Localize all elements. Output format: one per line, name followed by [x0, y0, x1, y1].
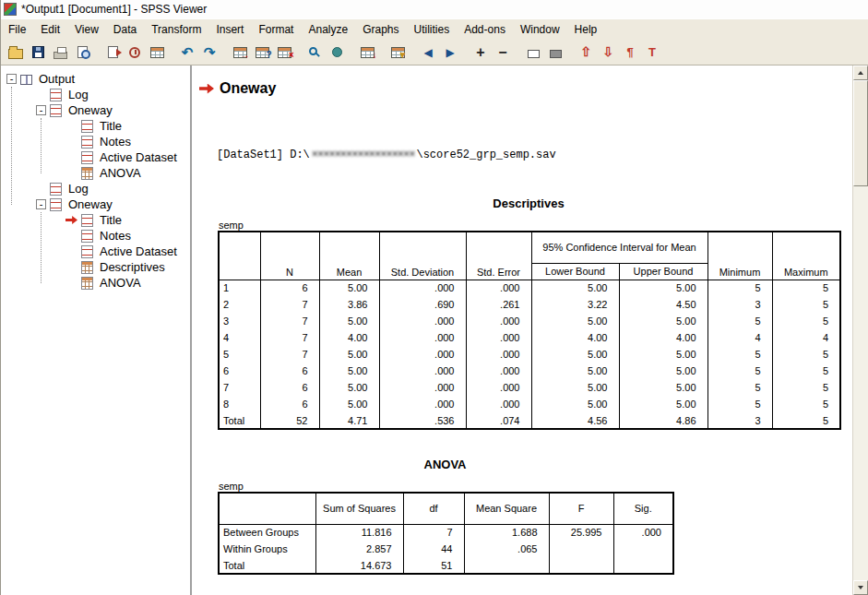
table-row: 1 6 5.00 .000 .000 5.00 5.00 5 5: [219, 280, 840, 296]
insert-heading-button[interactable]: [619, 42, 641, 64]
table-cell: 52: [260, 412, 319, 429]
tree-item[interactable]: Title: [1, 118, 190, 134]
tree-expander-toggle[interactable]: -: [36, 199, 46, 209]
menu-item[interactable]: Insert: [208, 19, 251, 40]
tree-item[interactable]: - Oneway: [1, 102, 190, 118]
document-icon: [50, 198, 62, 211]
designate-window-button[interactable]: [326, 42, 348, 64]
table-cell: 7: [260, 296, 319, 313]
collapse-outline-button[interactable]: [492, 42, 514, 64]
left-arrow-icon: [423, 45, 432, 60]
table-cell: 5: [772, 396, 840, 412]
menu-item[interactable]: Edit: [33, 19, 67, 40]
table-cell: .000: [613, 524, 673, 541]
find-button[interactable]: [303, 42, 326, 64]
goto-data-button[interactable]: [146, 42, 168, 64]
print-preview-button[interactable]: [71, 42, 93, 64]
table-cell: .690: [379, 296, 466, 313]
tree-item[interactable]: ANOVA: [1, 275, 190, 291]
tree-item[interactable]: Log: [1, 181, 190, 196]
menu-item[interactable]: Transform: [144, 19, 208, 40]
table-cell: 5.00: [319, 396, 379, 412]
use-sets-button[interactable]: [273, 42, 295, 64]
navigate-back-button[interactable]: [417, 42, 439, 64]
select-cases-button[interactable]: [386, 42, 409, 64]
table-icon: [81, 261, 93, 274]
tree-item-label: Title: [98, 212, 124, 228]
table-cell: .000: [379, 346, 466, 363]
undo-button[interactable]: [176, 42, 198, 64]
menu-item[interactable]: Help: [567, 19, 605, 40]
tree-expander-toggle[interactable]: [67, 121, 77, 131]
table-cell: 5: [772, 346, 840, 363]
redo-button[interactable]: [198, 42, 220, 64]
insert-text-button[interactable]: [641, 42, 663, 64]
menu-item[interactable]: Analyze: [301, 19, 355, 40]
tree-expander-toggle[interactable]: [67, 262, 77, 272]
tree-expander-toggle[interactable]: -: [6, 74, 17, 84]
tree-expander-toggle[interactable]: [67, 152, 77, 162]
menu-item[interactable]: Data: [106, 19, 144, 40]
row-label-cell: 1: [219, 280, 260, 296]
select-last-output-button[interactable]: [356, 42, 378, 64]
tree-item[interactable]: Active Dataset: [1, 244, 190, 259]
scrollbar-thumb[interactable]: [853, 80, 868, 186]
navigate-forward-button[interactable]: [439, 42, 461, 64]
scroll-down-button[interactable]: [853, 580, 868, 595]
hide-output-button[interactable]: [544, 42, 566, 64]
tree-expander-toggle[interactable]: [67, 137, 77, 147]
magnifier-icon: [309, 47, 317, 55]
scrollbar-track[interactable]: [853, 80, 868, 580]
printer-icon: [54, 52, 67, 59]
show-output-button[interactable]: [522, 42, 544, 64]
up-arrow-icon: [858, 71, 863, 75]
open-file-button[interactable]: [5, 42, 27, 64]
menu-item[interactable]: Window: [513, 19, 567, 40]
tree-expander-toggle[interactable]: [36, 184, 46, 194]
menu-item[interactable]: Graphs: [355, 19, 406, 40]
menu-item[interactable]: Utilities: [407, 19, 458, 40]
menu-item[interactable]: Format: [251, 19, 301, 40]
corner-header-cell: [219, 232, 260, 280]
menu-item[interactable]: Add-ons: [457, 19, 513, 40]
tree-item[interactable]: - Output: [1, 71, 190, 87]
export-output-button[interactable]: [101, 42, 124, 64]
column-header: Minimum: [707, 232, 772, 280]
tree-expander-toggle[interactable]: [67, 231, 77, 241]
tree-item[interactable]: Title: [1, 212, 190, 228]
tree-item-label: Active Dataset: [98, 244, 179, 259]
tree-item-label: Title: [98, 118, 124, 134]
page-magnifier-icon: [77, 46, 88, 58]
table-row: Within Groups 2.857 44 .065: [219, 541, 673, 557]
table-cell: 7: [403, 524, 464, 541]
scroll-up-button[interactable]: [853, 65, 868, 80]
recall-dialogs-button[interactable]: [124, 42, 146, 64]
print-button[interactable]: [49, 42, 71, 64]
table-cell: .000: [379, 379, 466, 396]
tree-expander-toggle[interactable]: [36, 89, 46, 100]
goto-case-button[interactable]: [229, 42, 251, 64]
tree-expander-toggle[interactable]: [67, 168, 77, 178]
table-cell: .000: [379, 363, 466, 379]
demote-outline-button[interactable]: [597, 42, 619, 64]
tree-item[interactable]: Descriptives: [1, 259, 190, 275]
tree-item[interactable]: Notes: [1, 134, 190, 149]
tree-expander-toggle[interactable]: -: [36, 105, 46, 115]
tree-expander-toggle[interactable]: [67, 246, 77, 256]
menu-item[interactable]: File: [1, 19, 33, 40]
tree-item[interactable]: Active Dataset: [1, 149, 190, 165]
tree-item[interactable]: ANOVA: [1, 165, 190, 181]
tree-item-label: Notes: [98, 228, 133, 244]
promote-outline-button[interactable]: [575, 42, 597, 64]
table-cell: 5.00: [619, 379, 707, 396]
tree-item[interactable]: Notes: [1, 228, 190, 244]
save-file-button[interactable]: [27, 42, 49, 64]
tree-expander-toggle[interactable]: [67, 278, 77, 288]
tree-item[interactable]: Log: [1, 87, 190, 102]
vertical-scrollbar[interactable]: [852, 65, 868, 595]
variables-button[interactable]: [251, 42, 273, 64]
expand-outline-button[interactable]: [470, 42, 492, 64]
menu-item[interactable]: View: [67, 19, 106, 40]
anova-table: Sum of Squares df Mean Square F Sig. Bet…: [218, 492, 674, 575]
tree-item[interactable]: - Oneway: [1, 196, 190, 212]
